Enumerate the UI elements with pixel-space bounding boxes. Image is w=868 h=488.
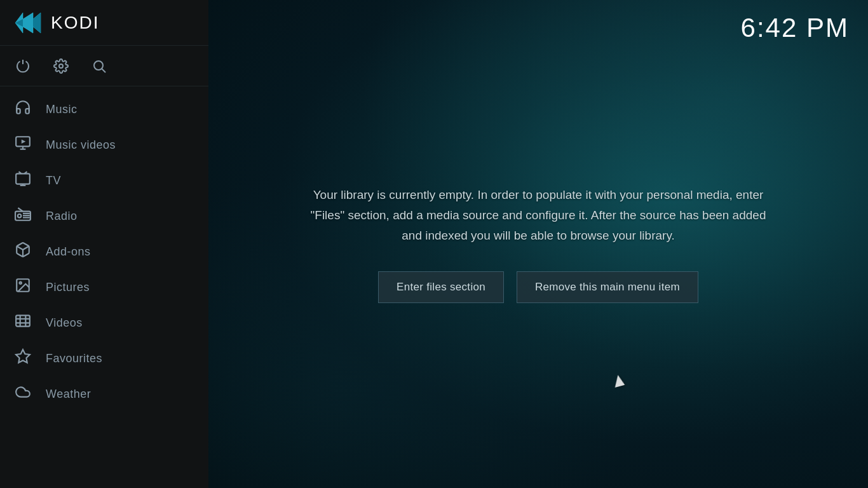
- action-buttons: Enter files section Remove this main men…: [303, 271, 773, 303]
- sidebar-item-tv-label: TV: [46, 174, 61, 187]
- search-button[interactable]: [89, 56, 109, 76]
- sidebar-item-music-videos-label: Music videos: [46, 139, 116, 152]
- sidebar-item-tv[interactable]: TV: [0, 163, 208, 198]
- settings-button[interactable]: [51, 56, 71, 76]
- library-empty-message: Your library is currently empty. In orde…: [303, 185, 773, 247]
- sidebar-item-favourites[interactable]: Favourites: [0, 341, 208, 376]
- sidebar: KODI: [0, 0, 208, 488]
- mouse-cursor: [613, 374, 625, 388]
- svg-point-4: [94, 61, 103, 70]
- svg-line-5: [102, 69, 106, 72]
- power-icon: [15, 58, 31, 74]
- svg-marker-9: [22, 140, 26, 144]
- svg-marker-29: [16, 349, 30, 363]
- nav-menu: Music Music videos: [0, 86, 208, 488]
- sidebar-item-weather-label: Weather: [46, 388, 91, 401]
- sidebar-item-music[interactable]: Music: [0, 92, 208, 127]
- sidebar-item-favourites-label: Favourites: [46, 352, 102, 365]
- svg-point-23: [20, 282, 22, 284]
- sidebar-item-radio-label: Radio: [46, 210, 78, 223]
- svg-point-3: [59, 64, 63, 68]
- sidebar-item-pictures-label: Pictures: [46, 281, 90, 294]
- app-title: KODI: [51, 13, 99, 33]
- tv-icon: [13, 170, 33, 191]
- clock: 6:42 PM: [741, 13, 849, 43]
- weather-icon: [13, 384, 33, 404]
- gear-icon: [53, 58, 69, 74]
- svg-rect-10: [16, 173, 30, 184]
- toolbar: [0, 46, 208, 86]
- videos-icon: [13, 313, 33, 333]
- power-button[interactable]: [13, 56, 33, 76]
- radio-icon: [13, 206, 33, 226]
- sidebar-item-videos-label: Videos: [46, 316, 83, 330]
- content-box: Your library is currently empty. In orde…: [290, 185, 786, 304]
- favourites-icon: [13, 348, 33, 369]
- music-videos-icon: [13, 135, 33, 155]
- pictures-icon: [13, 277, 33, 297]
- kodi-logo-icon: [13, 8, 43, 38]
- sidebar-item-add-ons[interactable]: Add-ons: [0, 234, 208, 269]
- remove-menu-item-button[interactable]: Remove this main menu item: [517, 271, 698, 303]
- enter-files-button[interactable]: Enter files section: [378, 271, 504, 303]
- sidebar-item-music-label: Music: [46, 103, 78, 116]
- sidebar-item-weather[interactable]: Weather: [0, 376, 208, 412]
- sidebar-item-addons-label: Add-ons: [46, 245, 91, 259]
- sidebar-item-videos[interactable]: Videos: [0, 305, 208, 341]
- svg-rect-24: [16, 315, 30, 326]
- search-icon: [92, 58, 107, 74]
- main-content: 6:42 PM Your library is currently empty.…: [208, 0, 868, 488]
- sidebar-item-radio[interactable]: Radio: [0, 198, 208, 234]
- svg-point-16: [18, 214, 21, 217]
- sidebar-item-pictures[interactable]: Pictures: [0, 269, 208, 305]
- sidebar-item-music-videos[interactable]: Music videos: [0, 127, 208, 163]
- addons-icon: [13, 241, 33, 262]
- app-header: KODI: [0, 0, 208, 46]
- music-icon: [13, 99, 33, 119]
